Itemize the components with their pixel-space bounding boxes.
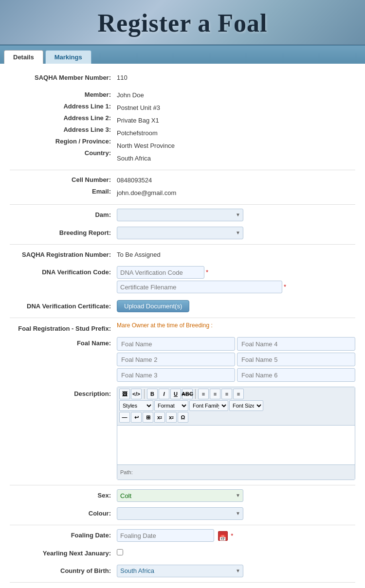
rte-body[interactable] <box>117 426 355 464</box>
foaling-date-row: Foaling Date: * <box>10 529 355 542</box>
rte-superscript-btn[interactable]: x2 <box>166 412 177 423</box>
tab-details[interactable]: Details <box>4 50 43 64</box>
member-info-row: Member: Address Line 1: Address Line 2: … <box>10 89 355 165</box>
breeding-report-select-wrapper[interactable] <box>117 227 243 240</box>
rte-styles-select[interactable]: Styles <box>119 400 153 411</box>
saqha-member-number-value: 110 <box>117 71 355 84</box>
sex-label: Sex: <box>10 489 117 502</box>
rte-toolbar-row-2: Styles Format Font Family Font Size <box>119 400 353 411</box>
country-select[interactable]: South Africa <box>117 565 243 577</box>
rte-image-btn[interactable]: 🖼 <box>119 389 130 399</box>
foal-name-input-2[interactable] <box>117 353 235 366</box>
foal-name-label: Foal Name: <box>10 337 117 350</box>
dna-code-value: * * <box>117 266 355 295</box>
page-title: Register a Foal <box>0 9 365 37</box>
rte-table-btn[interactable]: ⊞ <box>143 412 153 423</box>
rte-sep-2 <box>195 389 196 399</box>
rte-format-select[interactable]: Format <box>154 400 188 411</box>
colour-select[interactable] <box>117 507 243 520</box>
rte-source-btn[interactable]: </> <box>131 389 142 399</box>
rte-toolbar: 🖼 </> B I U ABC ≡ ≡ ≡ ≡ <box>117 387 355 426</box>
rte-underline-btn[interactable]: U <box>170 389 181 399</box>
foal-name-input-1[interactable] <box>117 337 235 351</box>
colour-select-wrapper[interactable] <box>117 507 243 520</box>
foal-name-input-4[interactable] <box>237 337 355 351</box>
foaling-date-value: * <box>117 529 355 542</box>
dam-row: Dam: <box>10 209 355 222</box>
rte-sep-1 <box>144 389 145 399</box>
address-line3-label: Address Line 3: <box>63 124 111 136</box>
address-line1-label: Address Line 1: <box>63 101 111 112</box>
calendar-icon[interactable] <box>218 531 228 541</box>
member-info-values: John Doe Postnet Unit #3 Private Bag X1 … <box>117 89 355 165</box>
country-of-birth-row: Country of Birth: South Africa <box>10 565 355 578</box>
description-label: Description: <box>10 387 117 400</box>
rte-align-right-btn[interactable]: ≡ <box>221 389 232 399</box>
rte-align-justify-btn[interactable]: ≡ <box>233 389 244 399</box>
email-label: Email: <box>92 186 111 197</box>
rte-bold-btn[interactable]: B <box>147 389 158 399</box>
dna-code-input[interactable] <box>117 266 204 279</box>
rte-align-center-btn[interactable]: ≡ <box>210 389 220 399</box>
dam-select[interactable] <box>117 209 243 221</box>
rte-toolbar-row-1: 🖼 </> B I U ABC ≡ ≡ ≡ ≡ <box>119 389 353 399</box>
sex-select-wrapper[interactable]: Colt Filly <box>117 489 243 502</box>
dna-code-row: DNA Verification Code: * * <box>10 266 355 295</box>
rte-font-size-select[interactable]: Font Size <box>229 400 263 411</box>
yearling-value <box>117 547 355 560</box>
foal-name-input-6[interactable] <box>237 368 355 382</box>
yearling-label: Yearling Next January: <box>10 547 117 560</box>
rte-undo-btn[interactable]: ↩ <box>131 412 142 423</box>
dna-cert-label: DNA Verification Certificate: <box>10 300 117 313</box>
dna-code-required: * <box>206 266 208 279</box>
saqha-member-number-label: SAQHA Member Number: <box>10 71 117 84</box>
foal-name-row: Foal Name: <box>10 337 355 382</box>
rte-strikethrough-btn[interactable]: ABC <box>182 389 193 399</box>
dna-cert-value: Upload Document(s) <box>117 300 355 313</box>
foal-stud-label: Foal Registration - Stud Prefix: <box>10 322 117 332</box>
breeding-report-row: Breeding Report: <box>10 227 355 240</box>
breeding-report-select[interactable] <box>117 227 243 239</box>
rte-hr-btn[interactable]: — <box>119 412 130 423</box>
foal-name-grid-container <box>117 337 355 382</box>
colour-value <box>117 507 355 520</box>
yearling-row: Yearling Next January: <box>10 547 355 560</box>
region-value: North West Province <box>117 140 355 152</box>
address-line2-label: Address Line 2: <box>63 112 111 124</box>
foal-name-input-5[interactable] <box>237 353 355 366</box>
rte-subscript-btn[interactable]: x2 <box>154 412 165 423</box>
saqha-reg-value: To Be Assigned <box>117 249 355 261</box>
breeding-report-label: Breeding Report: <box>10 227 117 239</box>
sex-select[interactable]: Colt Filly <box>117 489 243 502</box>
rte-font-family-select[interactable]: Font Family <box>189 400 228 411</box>
description-row: Description: 🖼 </> B I U ABC ≡ ≡ <box>10 387 355 480</box>
upload-button[interactable]: Upload Document(s) <box>117 300 189 312</box>
country-select-wrapper[interactable]: South Africa <box>117 565 243 578</box>
foal-stud-value: Mare Owner at the time of Breeding : <box>117 322 355 331</box>
tab-markings[interactable]: Markings <box>45 50 91 64</box>
member-label: Member: <box>85 89 111 101</box>
saqha-reg-label: SAQHA Registration Number: <box>10 249 117 261</box>
cell-label: Cell Number: <box>72 174 111 186</box>
dna-cert-row: DNA Verification Certificate: Upload Doc… <box>10 300 355 313</box>
country-label: Country: <box>85 147 111 159</box>
foal-name-input-3[interactable] <box>117 368 235 382</box>
member-value: John Doe <box>117 89 355 102</box>
rte-italic-btn[interactable]: I <box>159 389 169 399</box>
rte-toolbar-row-3: — ↩ ⊞ x2 x2 Ω <box>119 412 353 423</box>
tabs-bar: Details Markings <box>0 45 365 64</box>
rte-align-left-btn[interactable]: ≡ <box>198 389 209 399</box>
country-value: South Africa <box>117 152 355 165</box>
foaling-date-input[interactable] <box>117 529 214 542</box>
yearling-checkbox[interactable] <box>117 549 123 555</box>
contact-labels: Cell Number: Email: <box>10 174 117 197</box>
cert-required: * <box>284 281 286 293</box>
saqha-reg-row: SAQHA Registration Number: To Be Assigne… <box>10 249 355 261</box>
certificate-filename-input[interactable] <box>117 281 282 293</box>
foal-names-grid <box>117 337 355 382</box>
dam-select-wrapper[interactable] <box>117 209 243 222</box>
rte-omega-btn[interactable]: Ω <box>178 412 188 423</box>
dna-code-label: DNA Verification Code: <box>10 266 117 279</box>
sex-value: Colt Filly <box>117 489 355 502</box>
sex-row: Sex: Colt Filly <box>10 489 355 502</box>
